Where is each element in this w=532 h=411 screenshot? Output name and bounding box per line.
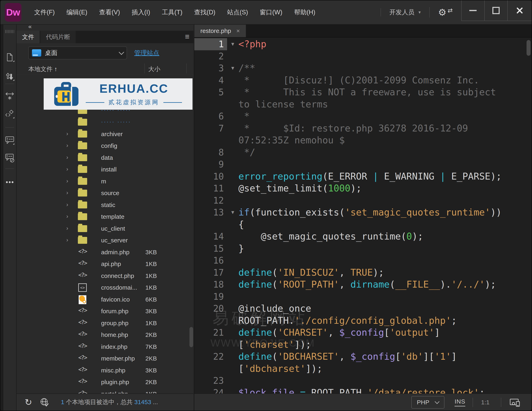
code-text[interactable]: * [Discuz!] (C)2001-2099 Comsenz Inc. <box>238 74 532 86</box>
tree-row-file[interactable]: <?>home.php2KB <box>17 329 193 341</box>
code-text[interactable]: error_reporting(E_ERROR | E_WARNING | E_… <box>238 170 532 183</box>
code-text[interactable]: * <box>238 110 532 122</box>
device-preview-icon[interactable] <box>509 397 520 407</box>
code-navigator-icon[interactable] <box>5 109 15 119</box>
tree-row-folder[interactable]: ›static <box>17 199 193 211</box>
fold-marker-icon[interactable]: ▼ <box>227 38 238 50</box>
tree-row-folder[interactable]: ›install <box>17 164 193 175</box>
language-selector[interactable]: PHP <box>411 396 445 409</box>
menu-item-7[interactable]: 窗口(W) <box>254 0 288 24</box>
code-text[interactable] <box>238 194 532 207</box>
code-text[interactable] <box>238 50 532 62</box>
menu-item-3[interactable]: 插入(I) <box>126 0 156 24</box>
chevron-right-icon[interactable]: › <box>66 166 68 172</box>
tree-row-file[interactable]: <?>group.php1KB <box>17 317 193 329</box>
chevron-right-icon[interactable]: › <box>66 213 68 219</box>
remote-server-icon[interactable] <box>40 397 49 407</box>
menu-item-5[interactable]: 查找(D) <box>188 0 221 24</box>
editor-scrollbar[interactable] <box>527 40 531 56</box>
sync-settings-button[interactable]: ⚙ ⇄ <box>430 7 461 18</box>
tree-row-folder[interactable]: ›uc_server <box>17 235 193 247</box>
code-text[interactable]: @set_magic_quotes_runtime(0); <box>238 230 532 243</box>
chevron-right-icon[interactable]: › <box>66 201 68 208</box>
menu-item-8[interactable]: 帮助(H) <box>288 0 321 24</box>
collapse-panel-icon[interactable]: « <box>28 23 32 30</box>
menu-item-4[interactable]: 工具(T) <box>156 0 189 24</box>
workspace-switcher[interactable]: 开发人员 ▾ <box>381 8 429 17</box>
tree-row-file[interactable]: <?>api.php1KB <box>17 258 193 270</box>
document-tab-restore-php[interactable]: restore.php × <box>194 25 246 37</box>
code-text[interactable]: /** <box>238 62 532 74</box>
tree-row-file[interactable]: <?>member.php2KB <box>17 353 193 365</box>
more-options-icon[interactable] <box>5 177 15 187</box>
new-document-icon[interactable] <box>5 53 15 62</box>
refresh-icon[interactable]: ↻ <box>25 397 32 407</box>
code-text[interactable]: define('CHARSET', $_config['output'] ['c… <box>238 327 532 351</box>
code-text[interactable]: define('ROOT_PATH', dirname(__FILE__).'/… <box>238 279 532 291</box>
site-selector[interactable]: 桌面 <box>28 46 127 59</box>
chevron-right-icon[interactable]: › <box>66 142 68 149</box>
manage-sites-link[interactable]: 管理站点 <box>134 49 159 57</box>
code-text[interactable]: } <box>238 243 532 255</box>
tree-row-folder[interactable]: ›uc_client <box>17 223 193 235</box>
panel-menu-icon[interactable]: ≡ <box>185 31 190 42</box>
code-text[interactable]: @set_time_limit(1000); <box>238 182 532 194</box>
tree-row-folder[interactable]: ›m <box>17 175 193 187</box>
tree-row-file[interactable]: <>crossdomai...1KB <box>17 282 193 294</box>
code-text[interactable]: if(function_exists('set_magic_quotes_run… <box>238 206 532 230</box>
tab-snippets[interactable]: 代码片断 <box>40 31 76 43</box>
minimize-button[interactable] <box>461 0 484 21</box>
code-view[interactable]: 1▼<?php23▼/**4 * [Discuz!] (C)2001-2099 … <box>194 37 532 394</box>
column-size[interactable]: 大小 <box>148 65 160 73</box>
tree-row-file[interactable]: <?>portal.php1KB <box>17 388 193 394</box>
fold-marker-icon[interactable]: ▼ <box>227 62 238 74</box>
menu-item-0[interactable]: 文件(F) <box>28 0 61 24</box>
code-text[interactable]: * This is NOT a freeware, use is subject… <box>238 86 532 110</box>
chevron-right-icon[interactable]: › <box>66 178 68 184</box>
tree-row-file[interactable]: <?>admin.php3KB <box>17 247 193 258</box>
tree-row-folder[interactable]: ›source <box>17 187 193 199</box>
chevron-right-icon[interactable]: › <box>66 237 68 243</box>
code-text[interactable]: * $Id: restore.php 36278 2016-12-09 07:5… <box>238 122 532 146</box>
chevron-right-icon[interactable]: › <box>66 154 68 161</box>
code-text[interactable] <box>238 291 532 303</box>
tab-files[interactable]: 文件 <box>17 31 40 43</box>
code-text[interactable]: */ <box>238 146 532 159</box>
code-text[interactable]: $lock_file = ROOT_PATH.'/data/restore.lo… <box>238 387 532 394</box>
code-text[interactable]: define('IN_DISCUZ', TRUE); <box>238 267 532 279</box>
menu-item-2[interactable]: 查看(V) <box>93 0 126 24</box>
tree-row-file[interactable]: <?>index.php7KB <box>17 341 193 353</box>
tree-row-file[interactable]: <?>forum.php3KB <box>17 305 193 317</box>
file-transfer-icon[interactable] <box>5 72 15 81</box>
menu-item-6[interactable]: 站点(S) <box>221 0 254 24</box>
tree-row-file[interactable]: <?>connect.php1KB <box>17 270 193 282</box>
tree-row-file[interactable]: <?>plugin.php2KB <box>17 376 193 388</box>
column-local-files[interactable]: 本地文件 ↑ <box>28 65 57 73</box>
chevron-right-icon[interactable]: › <box>66 190 68 196</box>
files-scrollbar[interactable] <box>190 327 193 347</box>
maximize-button[interactable] <box>484 0 507 21</box>
wrap-tag-icon[interactable] <box>5 91 15 101</box>
insert-mode-indicator[interactable]: INS <box>455 398 465 407</box>
chevron-right-icon[interactable]: › <box>66 225 68 231</box>
close-button[interactable] <box>507 0 532 21</box>
tree-row-folder[interactable]: ›archiver <box>17 128 193 140</box>
code-text[interactable] <box>238 255 532 267</box>
tree-row-folder[interactable]: ›template <box>17 211 193 223</box>
close-tab-icon[interactable]: × <box>236 27 240 34</box>
code-text[interactable]: <?php <box>238 38 532 50</box>
remove-comment-icon[interactable] <box>5 153 15 163</box>
apply-comment-icon[interactable] <box>5 135 15 145</box>
code-text[interactable]: @include_once ROOT_PATH.'./config/config… <box>238 302 532 327</box>
tree-row-file[interactable]: favicon.ico6KB <box>17 294 193 306</box>
fold-marker-icon[interactable]: ▼ <box>227 206 238 230</box>
code-text[interactable]: define('DBCHARSET', $_config['db']['1'] … <box>238 351 532 375</box>
tree-row-obscured[interactable]: ····· ····· <box>17 116 193 128</box>
menu-item-1[interactable]: 编辑(E) <box>61 0 93 24</box>
chevron-right-icon[interactable]: › <box>66 130 68 137</box>
code-text[interactable] <box>238 375 532 387</box>
tree-row-folder[interactable]: ›config <box>17 140 193 152</box>
tree-row-file[interactable]: <?>misc.php3KB <box>17 365 193 376</box>
code-text[interactable] <box>238 158 532 170</box>
tree-row-folder[interactable]: ›data <box>17 152 193 164</box>
